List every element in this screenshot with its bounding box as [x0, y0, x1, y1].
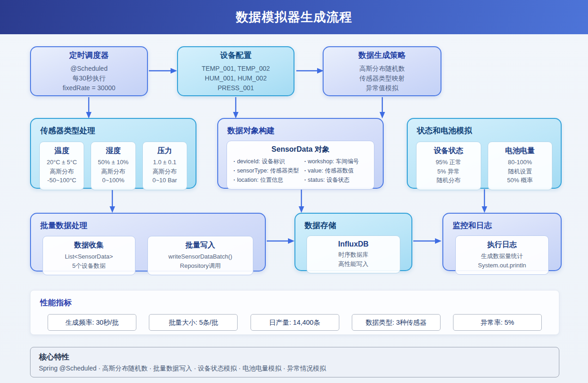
node-line: TEMP_001, TEMP_002	[202, 64, 270, 74]
card-line: 高斯分布	[93, 167, 133, 176]
card-title: 压力	[145, 146, 185, 156]
card-line: 高斯分布	[42, 167, 82, 176]
node-scheduler: 定时调度器 @Scheduled 每30秒执行 fixedRate = 3000…	[30, 46, 148, 96]
node-line: 传感器类型映射	[360, 74, 405, 83]
card-pressure: 压力 1.0 ± 0.1 高斯分布 0~10 Bar	[142, 142, 187, 190]
node-title: 监控和日志	[443, 214, 561, 231]
node-line: 异常值模拟	[366, 83, 398, 93]
card-line: 80-100%	[490, 158, 551, 167]
features-panel: 核心特性 Spring @Scheduled · 高斯分布随机数 · 批量数据写…	[30, 347, 559, 377]
card-temperature: 温度 20°C ± 5°C 高斯分布 -50~100°C	[39, 142, 84, 190]
card-title: 设备状态	[418, 146, 479, 156]
card-line: 20°C ± 5°C	[42, 158, 82, 167]
metrics-title: 性能指标	[40, 297, 559, 308]
card-line: Repository调用	[150, 261, 251, 271]
node-line: HUM_001, HUM_002	[205, 74, 267, 83]
card-line: 95% 正常	[418, 158, 479, 167]
node-title: 数据生成策略	[359, 50, 406, 61]
card-exec-log: 执行日志 生成数据量统计 System.out.println	[455, 235, 549, 275]
card-line: List<SensorData>	[45, 252, 133, 261]
node-batch-processing: 批量数据处理 数据收集 List<SensorData> 5个设备数据 批量写入…	[30, 213, 266, 272]
node-line: fixedRate = 30000	[62, 83, 115, 93]
card-line: 时序数据库	[309, 250, 398, 259]
card-influxdb: InfluxDB 时序数据库 高性能写入	[306, 235, 400, 273]
node-status-battery: 状态和电池模拟 设备状态 95% 正常 5% 异常 随机分布 电池电量 80-1…	[407, 118, 562, 189]
card-line: 0~100%	[93, 176, 133, 185]
metrics-panel: 性能指标 生成频率: 30秒/批 批量大小: 5条/批 日产量: 14,400条…	[30, 290, 559, 335]
card-title: InfluxDB	[309, 240, 398, 248]
card-line: 高性能写入	[309, 259, 398, 269]
card-line: 0~10 Bar	[145, 176, 185, 185]
card-line: 50% ± 10%	[93, 158, 133, 167]
node-title: 传感器类型处理	[31, 119, 196, 136]
field-item: sensorType: 传感器类型	[233, 166, 304, 175]
features-title: 核心特性	[39, 352, 551, 362]
card-humidity: 湿度 50% ± 10% 高斯分布 0~100%	[91, 142, 135, 190]
card-title: 批量写入	[150, 241, 251, 250]
field-item: workshop: 车间编号	[304, 157, 368, 166]
card-line: 5个设备数据	[45, 261, 133, 271]
page-header: 数据模拟器生成流程	[0, 0, 588, 34]
node-object-build: 数据对象构建 SensorData 对象 deviceId: 设备标识 sens…	[217, 118, 384, 189]
node-title: 设备配置	[220, 50, 251, 61]
card-title: 电池电量	[490, 146, 551, 156]
card-line: 随机分布	[418, 176, 479, 185]
card-battery-level: 电池电量 80-100% 随机设置 50% 概率	[488, 142, 553, 190]
card-line: writeSensorDataBatch()	[150, 252, 251, 261]
field-list-right: workshop: 车间编号 value: 传感器数值 status: 设备状态	[304, 157, 368, 185]
page-title: 数据模拟器生成流程	[236, 9, 352, 25]
node-gen-strategy: 数据生成策略 高斯分布随机数 传感器类型映射 异常值模拟	[323, 46, 441, 96]
node-monitoring: 监控和日志 执行日志 生成数据量统计 System.out.println	[442, 213, 562, 271]
card-line: 高斯分布	[145, 167, 185, 176]
node-line: 高斯分布随机数	[360, 64, 405, 74]
node-line: @Scheduled	[70, 64, 107, 74]
node-line: 每30秒执行	[73, 74, 106, 83]
card-sensordata-object: SensorData 对象 deviceId: 设备标识 sensorType:…	[227, 141, 374, 190]
metric-data-types: 数据类型: 3种传感器	[352, 314, 441, 331]
card-batch-write: 批量写入 writeSensorDataBatch() Repository调用	[147, 236, 253, 275]
field-item: deviceId: 设备标识	[233, 157, 304, 166]
node-line: PRESS_001	[218, 83, 254, 93]
card-line: 1.0 ± 0.1	[145, 158, 185, 167]
field-item: status: 设备状态	[304, 175, 368, 185]
node-device-config: 设备配置 TEMP_001, TEMP_002 HUM_001, HUM_002…	[177, 46, 294, 96]
card-title: SensorData 对象	[233, 145, 368, 154]
card-line: System.out.println	[458, 261, 546, 270]
card-line: 50% 概率	[490, 176, 551, 185]
card-title: 湿度	[93, 146, 133, 156]
node-title: 批量数据处理	[31, 214, 265, 231]
card-line: 5% 异常	[418, 167, 479, 176]
node-title: 状态和电池模拟	[408, 119, 561, 136]
node-title: 数据对象构建	[218, 119, 383, 136]
card-device-status: 设备状态 95% 正常 5% 异常 随机分布	[416, 142, 481, 190]
card-title: 执行日志	[458, 240, 546, 250]
node-title: 数据存储	[295, 214, 411, 231]
field-item: location: 位置信息	[233, 175, 304, 185]
card-line: 生成数据量统计	[458, 252, 546, 261]
card-line: -50~100°C	[42, 176, 82, 185]
card-title: 数据收集	[45, 241, 133, 250]
metric-anomaly-rate: 异常率: 5%	[453, 314, 542, 331]
metric-batch-size: 批量大小: 5条/批	[149, 314, 238, 331]
node-title: 定时调度器	[69, 50, 109, 61]
card-data-collect: 数据收集 List<SensorData> 5个设备数据	[43, 236, 135, 275]
metric-gen-frequency: 生成频率: 30秒/批	[48, 314, 136, 331]
card-line: 随机设置	[490, 167, 551, 176]
features-text: Spring @Scheduled · 高斯分布随机数 · 批量数据写入 · 设…	[39, 364, 551, 373]
card-title: 温度	[42, 146, 82, 156]
field-item: value: 传感器数值	[304, 166, 368, 175]
metrics-row: 生成频率: 30秒/批 批量大小: 5条/批 日产量: 14,400条 数据类型…	[31, 308, 559, 331]
field-list-left: deviceId: 设备标识 sensorType: 传感器类型 locatio…	[233, 157, 304, 185]
node-sensor-processing: 传感器类型处理 温度 20°C ± 5°C 高斯分布 -50~100°C 湿度 …	[30, 118, 196, 189]
node-storage: 数据存储 InfluxDB 时序数据库 高性能写入	[294, 213, 412, 271]
metric-daily-output: 日产量: 14,400条	[251, 314, 339, 331]
